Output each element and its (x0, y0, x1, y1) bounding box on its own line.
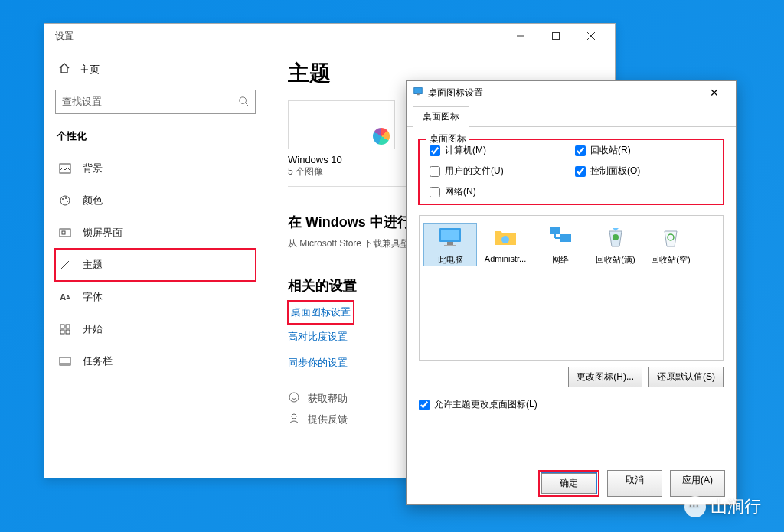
recycle-empty-icon (657, 224, 684, 251)
checkbox-network[interactable]: 网络(N) (430, 185, 567, 198)
checkbox-input[interactable] (575, 166, 586, 177)
checkbox-input[interactable] (430, 145, 440, 156)
search-icon (238, 96, 249, 109)
svg-point-10 (67, 201, 68, 202)
sidebar-item-start[interactable]: 开始 (55, 313, 256, 345)
taskbar-icon (58, 354, 72, 368)
start-icon (58, 322, 72, 336)
svg-point-9 (65, 197, 67, 199)
tab-strip: 桌面图标 (407, 106, 736, 127)
link-desktop-icon-settings[interactable]: 桌面图标设置 (288, 301, 354, 324)
lock-icon (58, 226, 72, 240)
svg-rect-13 (60, 325, 64, 328)
feedback-icon (288, 412, 300, 426)
watermark-text: 山涧行 (710, 495, 761, 518)
svg-rect-22 (416, 94, 420, 96)
checkbox-userfiles[interactable]: 用户的文件(U) (430, 165, 567, 178)
folder-icon (492, 224, 519, 251)
ok-button[interactable]: 确定 (541, 473, 596, 494)
group-legend: 桌面图标 (426, 132, 469, 145)
search-input[interactable]: 查找设置 (55, 90, 256, 114)
checkbox-computer[interactable]: 计算机(M) (430, 144, 567, 157)
checkbox-input[interactable] (575, 145, 586, 156)
checkbox-label: 允许主题更改桌面图标(L) (434, 398, 537, 411)
close-button[interactable] (573, 24, 609, 48)
checkbox-input[interactable] (419, 400, 430, 410)
sidebar-item-background[interactable]: 背景 (55, 152, 256, 184)
sidebar-item-label: 锁屏界面 (83, 226, 122, 240)
dialog-close-button[interactable]: ✕ (699, 86, 730, 99)
icon-label: 回收站(空) (651, 254, 690, 266)
svg-rect-24 (441, 230, 459, 240)
sidebar-item-color[interactable]: 颜色 (55, 184, 256, 217)
watermark: 山涧行 (684, 495, 761, 518)
icon-label: Administr... (485, 254, 526, 263)
watermark-icon (684, 496, 706, 517)
svg-point-8 (62, 198, 64, 200)
minimize-button[interactable] (503, 24, 538, 48)
computer-icon (436, 224, 464, 251)
tab-desktop-icons[interactable]: 桌面图标 (413, 106, 469, 127)
window-title: 设置 (55, 30, 74, 43)
icon-preview-list: 此电脑 Administr... 网络 回收站(满) 回收站(空) (419, 215, 724, 361)
home-label: 主页 (80, 63, 100, 77)
search-placeholder: 查找设置 (62, 95, 102, 109)
restore-defaults-button[interactable]: 还原默认值(S) (648, 367, 724, 387)
svg-rect-14 (66, 325, 70, 328)
network-icon (547, 224, 574, 251)
svg-rect-21 (414, 88, 423, 94)
icon-item-recycle-full[interactable]: 回收站(满) (590, 224, 642, 266)
sidebar-item-label: 颜色 (83, 194, 103, 207)
svg-point-19 (289, 393, 299, 402)
svg-point-4 (240, 96, 247, 103)
section-title: 个性化 (55, 125, 256, 152)
sidebar-item-taskbar[interactable]: 任务栏 (55, 345, 256, 377)
svg-rect-6 (60, 164, 70, 173)
svg-rect-26 (444, 245, 456, 246)
checkbox-recycle[interactable]: 回收站(R) (575, 144, 713, 157)
help-icon (288, 391, 300, 406)
svg-rect-12 (62, 231, 65, 234)
svg-rect-16 (66, 330, 70, 334)
home-link[interactable]: 主页 (55, 54, 256, 85)
dialog-titlebar: 桌面图标设置 ✕ (407, 81, 736, 104)
checkbox-label: 计算机(M) (445, 144, 486, 157)
svg-point-20 (292, 414, 296, 419)
ok-highlight: 确定 (538, 470, 599, 497)
svg-rect-15 (60, 330, 64, 334)
picture-icon (58, 162, 72, 175)
sidebar-item-label: 开始 (83, 322, 103, 336)
sidebar-item-theme[interactable]: 主题 (55, 249, 256, 281)
checkbox-label: 网络(N) (445, 185, 476, 198)
titlebar: 设置 (44, 24, 615, 48)
checkbox-controlpanel[interactable]: 控制面板(O) (575, 165, 713, 178)
icon-item-network[interactable]: 网络 (534, 224, 586, 266)
checkbox-input[interactable] (430, 187, 440, 197)
sidebar-item-label: 背景 (83, 162, 103, 175)
brush-icon (58, 258, 72, 272)
icon-label: 回收站(满) (596, 254, 635, 266)
change-icon-button[interactable]: 更改图标(H)... (568, 367, 642, 387)
icon-item-userfolder[interactable]: Administr... (479, 224, 531, 263)
sidebar: 主页 查找设置 个性化 背景 颜色 锁屏界面 主题 (44, 48, 266, 478)
sidebar-item-label: 主题 (83, 258, 103, 272)
recycle-full-icon (602, 224, 629, 251)
sidebar-item-lockscreen[interactable]: 锁屏界面 (55, 217, 256, 249)
theme-preview[interactable] (288, 100, 395, 149)
icon-item-computer[interactable]: 此电脑 (424, 224, 476, 266)
checkbox-allow-theme[interactable]: 允许主题更改桌面图标(L) (419, 398, 724, 411)
help-label: 获取帮助 (308, 392, 348, 406)
desktop-icons-group: 桌面图标 计算机(M) 回收站(R) 用户的文件(U) 控制面板(O) 网络(N… (419, 139, 724, 204)
icon-item-recycle-empty[interactable]: 回收站(空) (645, 224, 697, 266)
checkbox-label: 控制面板(O) (590, 165, 640, 178)
icon-label: 网络 (552, 254, 569, 266)
maximize-button[interactable] (538, 24, 573, 48)
dialog-title: 桌面图标设置 (428, 86, 483, 100)
font-icon: AA (58, 290, 72, 304)
svg-line-5 (246, 103, 249, 106)
checkbox-label: 回收站(R) (590, 144, 631, 157)
cancel-button[interactable]: 取消 (607, 470, 662, 497)
sidebar-item-label: 任务栏 (83, 354, 113, 368)
checkbox-input[interactable] (430, 166, 440, 177)
sidebar-item-font[interactable]: AA 字体 (55, 281, 256, 313)
